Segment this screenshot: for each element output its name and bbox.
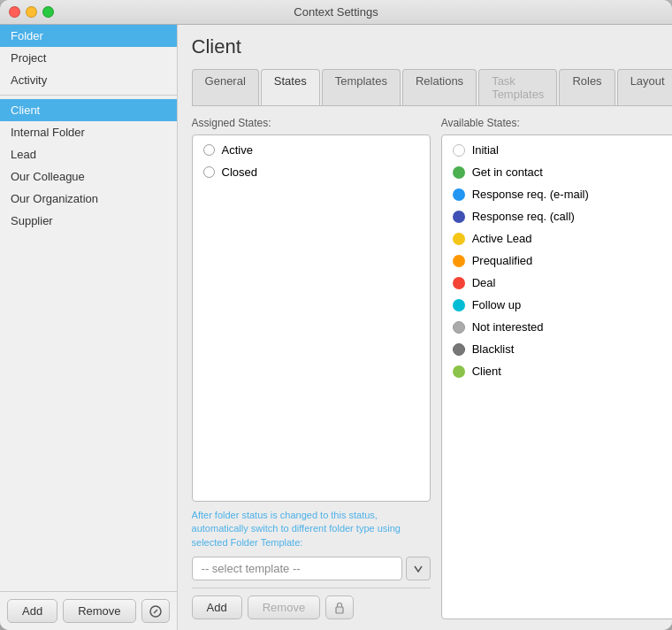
available-state-initial[interactable]: Initial <box>446 139 672 161</box>
template-select[interactable]: -- select template -- <box>192 557 402 580</box>
main-content: Folder Project Activity Client Internal … <box>0 25 672 630</box>
available-state-response-call[interactable]: Response req. (call) <box>446 205 672 227</box>
state-dot-deal <box>453 277 465 289</box>
available-state-blacklist[interactable]: Blacklist <box>446 338 672 360</box>
sidebar-item-activity[interactable]: Activity <box>0 69 177 91</box>
states-remove-button[interactable]: Remove <box>248 595 320 619</box>
template-desc: After folder status is changed to this s… <box>192 509 431 549</box>
tab-layout[interactable]: Layout <box>617 69 672 105</box>
svg-rect-2 <box>336 607 343 613</box>
sidebar: Folder Project Activity Client Internal … <box>0 25 178 630</box>
sidebar-item-project[interactable]: Project <box>0 47 177 69</box>
states-lock-button[interactable] <box>325 595 354 619</box>
lock-icon <box>333 602 346 614</box>
tab-states[interactable]: States <box>261 69 320 105</box>
close-button[interactable] <box>9 6 20 18</box>
states-add-button[interactable]: Add <box>192 595 242 619</box>
sidebar-item-internal-folder[interactable]: Internal Folder <box>0 121 177 143</box>
available-state-prequalified[interactable]: Prequalified <box>446 250 672 272</box>
available-state-response-email[interactable]: Response req. (e-mail) <box>446 183 672 205</box>
dropdown-arrow-button[interactable] <box>406 557 431 580</box>
svg-line-1 <box>154 610 157 613</box>
state-dot-initial <box>453 144 465 157</box>
state-dot-blacklist <box>453 343 465 356</box>
state-dot-active-lead <box>453 233 465 245</box>
sidebar-item-lead[interactable]: Lead <box>0 143 177 165</box>
sidebar-icon-button[interactable] <box>141 599 170 623</box>
template-section: After folder status is changed to this s… <box>192 509 431 580</box>
state-dot-response-call <box>453 211 465 223</box>
state-radio-active <box>203 144 215 156</box>
available-state-follow-up[interactable]: Follow up <box>446 294 672 316</box>
state-dot-response-email <box>453 188 465 201</box>
sidebar-divider <box>0 95 177 96</box>
tab-relations[interactable]: Relations <box>402 69 477 105</box>
sidebar-item-our-colleague[interactable]: Our Colleague <box>0 165 177 188</box>
state-radio-closed <box>203 166 215 178</box>
tab-roles[interactable]: Roles <box>559 69 615 105</box>
sidebar-remove-button[interactable]: Remove <box>63 599 135 623</box>
sidebar-add-button[interactable]: Add <box>7 599 57 623</box>
available-state-client[interactable]: Client <box>446 360 672 382</box>
available-states-list[interactable]: Initial Get in contact Response req. (e-… <box>441 134 672 619</box>
available-state-not-interested[interactable]: Not interested <box>446 316 672 338</box>
right-panel: Client General States Templates Relation… <box>178 25 672 630</box>
sidebar-group-1: Folder Project Activity <box>0 25 177 91</box>
available-states-panel: Available States: Initial Get in contact <box>441 117 672 619</box>
sidebar-group-2: Client Internal Folder Lead Our Colleagu… <box>0 99 177 232</box>
window-controls <box>9 6 54 18</box>
state-dot-client <box>453 365 465 378</box>
assigned-state-closed[interactable]: Closed <box>196 161 426 183</box>
assigned-states-label: Assigned States: <box>192 117 431 129</box>
tab-task-templates: Task Templates <box>478 69 557 105</box>
tab-general[interactable]: General <box>192 69 259 105</box>
state-dot-not-interested <box>453 321 465 334</box>
chevron-down-icon <box>414 565 423 572</box>
window: Context Settings Folder Project Activity <box>0 0 672 630</box>
assigned-state-active[interactable]: Active <box>196 139 426 161</box>
available-state-get-in-contact[interactable]: Get in contact <box>446 161 672 183</box>
sidebar-item-our-organization[interactable]: Our Organization <box>0 188 177 210</box>
tab-bar: General States Templates Relations Task … <box>192 69 672 106</box>
minimize-button[interactable] <box>26 6 37 18</box>
state-dot-get-in-contact <box>453 166 465 179</box>
panel-title: Client <box>192 35 672 58</box>
available-states-label: Available States: <box>441 117 672 129</box>
sidebar-item-folder[interactable]: Folder <box>0 25 177 47</box>
sidebar-item-supplier[interactable]: Supplier <box>0 210 177 232</box>
sidebar-item-client[interactable]: Client <box>0 99 177 121</box>
window-title: Context Settings <box>294 5 378 19</box>
template-select-row: -- select template -- <box>192 557 431 580</box>
state-dot-prequalified <box>453 255 465 267</box>
title-bar: Context Settings <box>0 0 672 25</box>
assigned-states-panel: Assigned States: Active Closed <box>192 117 431 619</box>
available-state-active-lead[interactable]: Active Lead <box>446 227 672 250</box>
maximize-button[interactable] <box>42 6 54 18</box>
available-state-deal[interactable]: Deal <box>446 272 672 294</box>
tab-templates[interactable]: Templates <box>322 69 401 105</box>
assigned-states-list[interactable]: Active Closed <box>192 134 431 502</box>
state-dot-follow-up <box>453 299 465 311</box>
states-content: Assigned States: Active Closed <box>192 117 672 619</box>
sidebar-footer: Add Remove <box>0 591 177 630</box>
edit-icon <box>149 605 162 618</box>
assigned-bottom-bar: Add Remove <box>192 588 431 619</box>
